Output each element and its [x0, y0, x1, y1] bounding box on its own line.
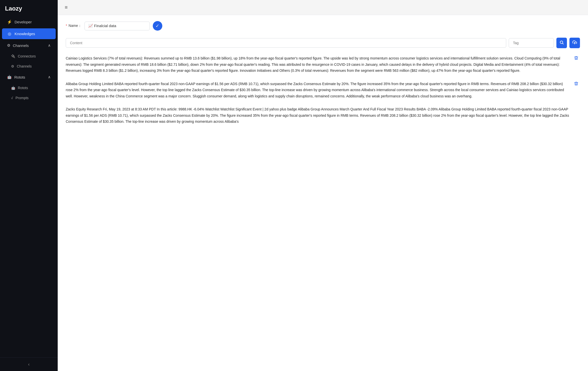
tag-input[interactable] — [509, 38, 554, 48]
prompts-label: Prompts — [16, 96, 29, 100]
connectors-label: Connectors — [18, 54, 36, 58]
search-icon — [559, 40, 564, 46]
prompts-icon: √ — [11, 96, 13, 100]
text-entry-1: Cainiao Logistics Services (7% of total … — [66, 55, 580, 74]
sidebar-item-developer[interactable]: ⚡ Developer — [2, 17, 56, 27]
delete-button-2[interactable] — [572, 81, 580, 88]
sidebar-item-label: Developer — [15, 20, 32, 24]
chevron-up-icon-2: ∧ — [48, 75, 51, 79]
check-icon: ✓ — [156, 23, 159, 29]
delete-icon-1 — [574, 56, 578, 61]
upload-icon — [572, 40, 577, 46]
channels-sub-label: Channels — [17, 64, 32, 68]
rotots-section-label: Rotots — [14, 75, 25, 79]
channels-section-label: Channels — [13, 43, 29, 48]
sidebar: Laozy ⚡ Developer ◎ Knowledges ⚙ Channel… — [0, 0, 58, 371]
sidebar-item-rotots[interactable]: 🤖 Rotots — [2, 83, 56, 92]
delete-icon-2 — [574, 82, 578, 87]
menu-button[interactable]: ≡ — [63, 4, 70, 11]
entry-text-2: Alibaba Group Holding Limited BABA repor… — [66, 81, 570, 99]
sidebar-item-prompts[interactable]: √ Prompts — [2, 93, 56, 102]
text-entry-3: Zacks Equity Research Fri, May 19, 2023 … — [66, 106, 580, 125]
delete-button-1[interactable] — [572, 55, 580, 62]
name-row: * Name： ✓ — [66, 21, 580, 31]
svg-line-1 — [562, 43, 563, 44]
name-input[interactable] — [85, 22, 150, 30]
rotots-icon: 🤖 — [11, 86, 15, 90]
sidebar-item-knowledges[interactable]: ◎ Knowledges — [2, 28, 56, 39]
sidebar-item-channels-sub[interactable]: ⚙ Channels — [2, 62, 56, 71]
name-label: * Name： — [66, 24, 82, 28]
text-entry-2: Alibaba Group Holding Limited BABA repor… — [66, 81, 580, 99]
content-input[interactable] — [66, 38, 506, 48]
rotots-label: Rotots — [18, 86, 28, 90]
main-area: ≡ * Name： ✓ — [58, 0, 588, 371]
required-marker: * — [66, 24, 67, 28]
channels-section-icon: ⚙ — [7, 43, 10, 48]
search-button[interactable] — [556, 38, 567, 48]
sidebar-item-connectors[interactable]: 🔌 Connectors — [2, 52, 56, 61]
sidebar-section-rotots[interactable]: 🤖 Rotots ∧ — [2, 72, 56, 82]
knowledges-icon: ◎ — [7, 31, 12, 36]
name-label-text: Name： — [68, 24, 81, 28]
entry-text-3: Zacks Equity Research Fri, May 19, 2023 … — [66, 106, 570, 125]
sidebar-collapse-btn[interactable]: ‹ — [0, 357, 58, 371]
content-area: * Name： ✓ — [58, 15, 588, 371]
collapse-icon: ‹ — [28, 362, 30, 367]
upload-button[interactable] — [569, 38, 580, 48]
app-logo: Laozy — [0, 0, 58, 16]
channels-sub-icon: ⚙ — [11, 64, 14, 68]
topbar: ≡ — [58, 0, 588, 15]
entry-text-1: Cainiao Logistics Services (7% of total … — [66, 55, 570, 74]
chevron-up-icon: ∧ — [48, 43, 51, 48]
lightning-icon: ⚡ — [7, 20, 12, 24]
sidebar-section-channels[interactable]: ⚙ Channels ∧ — [2, 40, 56, 51]
connectors-icon: 🔌 — [11, 54, 15, 58]
rotots-section-icon: 🤖 — [7, 75, 12, 79]
sidebar-item-label: Knowledges — [15, 32, 35, 36]
confirm-button[interactable]: ✓ — [153, 21, 162, 31]
search-row — [66, 38, 580, 48]
